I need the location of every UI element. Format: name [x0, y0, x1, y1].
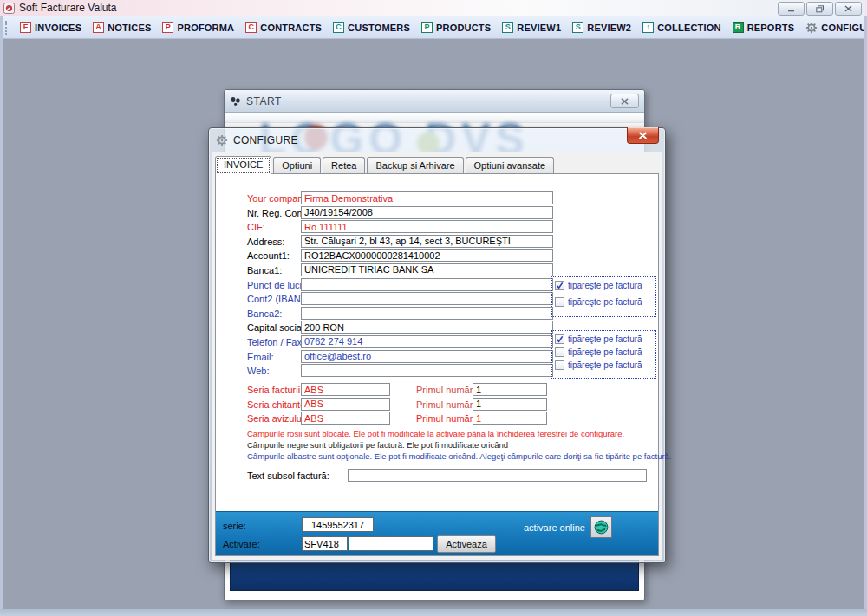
menu-item-configure[interactable]: CONFIGURE: [805, 22, 867, 34]
address-input[interactable]: [301, 235, 553, 248]
minimize-button[interactable]: [778, 2, 805, 16]
your-company-input[interactable]: [301, 191, 553, 204]
checkbox-unchecked-icon[interactable]: [555, 360, 564, 370]
telefon-fax-label: Telefon / Fax:: [247, 337, 304, 347]
app-titlebar: Soft Facturare Valuta: [0, 0, 867, 16]
punct-lucru-input[interactable]: [301, 278, 553, 291]
note-blue-fields: Câmpurile albastre sunt opţionale. Ele p…: [247, 451, 672, 462]
collection-up-arrow-icon: ↑: [642, 22, 654, 33]
menu-item-collection[interactable]: ↑COLLECTION: [642, 22, 721, 33]
close-button[interactable]: [835, 2, 862, 16]
app-icon: [3, 3, 15, 14]
menu-item-label: REVIEW2: [587, 23, 631, 33]
tab-retea[interactable]: Retea: [323, 157, 365, 173]
menu-item-proforma[interactable]: PPROFORMA: [162, 22, 234, 33]
menu-item-review1[interactable]: SREVIEW1: [502, 22, 561, 33]
print-options-group-1: tipăreşte pe factură tipăreşte pe factur…: [551, 276, 656, 317]
seria-avizului-input[interactable]: [301, 412, 390, 425]
serie-label: serie:: [223, 521, 246, 531]
banca2-label: Banca2:: [247, 308, 282, 319]
cif-input[interactable]: [301, 220, 553, 233]
checkbox-checked-icon[interactable]: [555, 334, 564, 344]
tab-invoice[interactable]: INVOICE: [215, 156, 271, 175]
dialog-close-button[interactable]: [627, 127, 659, 144]
note-black-fields: Câmpurile negre sunt obligatorii pe fact…: [247, 439, 672, 451]
primul-numar-label: Primul număr:: [416, 413, 475, 424]
menu-item-review2[interactable]: SREVIEW2: [572, 22, 631, 33]
checkbox-unchecked-icon[interactable]: [555, 297, 564, 307]
configure-dialog-body: INVOICE Optiuni Retea Backup si Arhivare…: [212, 152, 662, 560]
print-options-group-2: tipăreşte pe factură tipăreşte pe factur…: [551, 330, 656, 379]
toolbar-grip[interactable]: [5, 21, 7, 35]
reports-icon: R: [733, 22, 744, 33]
globe-icon: [594, 520, 609, 535]
start-window-title: START: [246, 95, 282, 107]
start-close-button[interactable]: [610, 94, 639, 108]
online-activation-button[interactable]: [590, 516, 612, 538]
tab-strip: INVOICE Optiuni Retea Backup si Arhivare…: [215, 156, 556, 173]
menu-item-products[interactable]: PPRODUCTS: [421, 22, 491, 33]
restore-icon: [816, 5, 825, 13]
print-option-cont2[interactable]: tipăreşte pe factură: [555, 297, 654, 307]
menu-item-label: NOTICES: [108, 23, 151, 33]
account1-input[interactable]: [301, 249, 553, 262]
cont2-input[interactable]: [301, 292, 553, 305]
menu-item-notices[interactable]: ANOTICES: [93, 22, 151, 33]
primul-numar-avizului-input[interactable]: [473, 412, 547, 425]
print-option-punct-lucru[interactable]: tipăreşte pe factură: [555, 281, 654, 290]
activation-bar: serie: Activare: Activeaza activare onli…: [216, 511, 658, 555]
print-option-label: tipăreşte pe factură: [568, 347, 642, 357]
activare-label: Activare:: [223, 539, 260, 549]
print-option-telefon[interactable]: tipăreşte pe factură: [555, 334, 654, 344]
tab-optiuni-avansate[interactable]: Optiuni avansate: [466, 157, 555, 173]
print-option-label: tipăreşte pe factură: [568, 334, 642, 344]
menu-item-reports[interactable]: RREPORTS: [733, 22, 795, 33]
invoice-tab-page: Your company: Nr. Reg. Com.: CIF: Addres…: [215, 173, 659, 556]
review2-icon: S: [572, 22, 583, 33]
activation-code-field[interactable]: [302, 536, 348, 551]
menu-item-contracts[interactable]: CCONTRACTS: [245, 22, 322, 33]
telefon-fax-input[interactable]: [301, 335, 553, 348]
gear-icon: [216, 134, 228, 146]
text-subsol-label: Text subsol factură:: [247, 470, 329, 481]
email-input[interactable]: [301, 350, 553, 363]
capital-social-input[interactable]: [301, 321, 553, 334]
menu-item-label: PRODUCTS: [436, 23, 491, 33]
checkbox-checked-icon[interactable]: [555, 281, 564, 290]
reg-com-input[interactable]: [301, 206, 553, 219]
serie-number-field[interactable]: [302, 517, 374, 532]
text-subsol-input[interactable]: [348, 469, 647, 482]
activation-key-field[interactable]: [349, 536, 434, 551]
seria-chitantei-input[interactable]: [301, 398, 390, 411]
menu-item-label: REVIEW1: [517, 23, 561, 33]
review1-icon: S: [502, 22, 513, 33]
tab-optiuni[interactable]: Optiuni: [273, 157, 321, 173]
email-label: Email:: [247, 352, 274, 362]
menu-item-label: CUSTOMERS: [348, 23, 410, 33]
menu-item-label: CONTRACTS: [260, 23, 322, 33]
close-icon: [638, 132, 648, 139]
products-icon: P: [421, 22, 433, 33]
primul-numar-chitantei-input[interactable]: [473, 398, 547, 411]
checkbox-unchecked-icon[interactable]: [555, 347, 564, 357]
print-option-web[interactable]: tipăreşte pe factură: [555, 360, 654, 370]
start-titlebar[interactable]: START: [225, 90, 644, 113]
print-option-email[interactable]: tipăreşte pe factură: [555, 347, 654, 357]
menu-item-customers[interactable]: CCUSTOMERS: [333, 22, 410, 33]
activare-online-label: activare online: [524, 522, 585, 533]
banca1-input[interactable]: [301, 263, 553, 276]
restore-button[interactable]: [806, 2, 833, 16]
cont2-label: Cont2 (IBAN):: [247, 294, 306, 304]
app-title: Soft Facturare Valuta: [19, 2, 117, 14]
menu-item-invoices[interactable]: FINVOICES: [20, 22, 81, 33]
tab-backup[interactable]: Backup si Arhivare: [367, 157, 463, 173]
banca2-input[interactable]: [301, 307, 553, 320]
seria-facturii-label: Seria facturii:: [247, 385, 303, 395]
primul-numar-facturii-input[interactable]: [473, 383, 547, 396]
configure-dialog-titlebar[interactable]: CONFIGURE: [209, 128, 665, 152]
seria-avizului-label: Seria avizului:: [247, 413, 306, 424]
web-input[interactable]: [301, 364, 553, 377]
notices-icon: A: [93, 22, 104, 33]
seria-facturii-input[interactable]: [301, 383, 390, 396]
activeaza-button[interactable]: Activeaza: [437, 535, 496, 553]
